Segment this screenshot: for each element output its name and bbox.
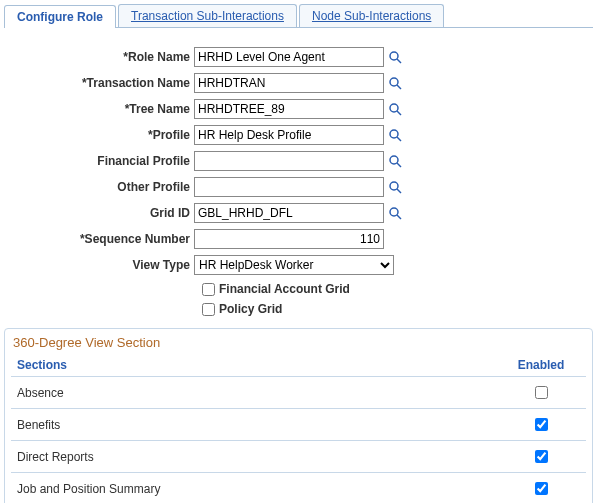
svg-point-10 (390, 182, 398, 190)
section-name-cell: Absence (11, 377, 496, 409)
lookup-icon[interactable] (388, 206, 402, 220)
enabled-checkbox[interactable] (535, 482, 548, 495)
sections-column-header[interactable]: Sections (11, 354, 496, 377)
sequence-number-label: *Sequence Number (34, 232, 194, 246)
profile-input[interactable] (194, 125, 384, 145)
section-name-cell: Benefits (11, 409, 496, 441)
enabled-checkbox[interactable] (535, 450, 548, 463)
enabled-cell (496, 377, 586, 409)
view-section-title: 360-Degree View Section (11, 333, 586, 354)
financial-account-grid-checkbox[interactable] (202, 283, 215, 296)
tree-name-label: *Tree Name (34, 102, 194, 116)
transaction-name-input[interactable] (194, 73, 384, 93)
svg-line-13 (397, 215, 401, 219)
role-name-input[interactable] (194, 47, 384, 67)
enabled-checkbox[interactable] (535, 418, 548, 431)
svg-point-2 (390, 78, 398, 86)
svg-point-8 (390, 156, 398, 164)
lookup-icon[interactable] (388, 102, 402, 116)
enabled-cell (496, 409, 586, 441)
form-area: *Role Name *Transaction Name *Tree Name … (34, 46, 593, 318)
enabled-cell (496, 473, 586, 504)
view-type-label: View Type (34, 258, 194, 272)
tree-name-input[interactable] (194, 99, 384, 119)
policy-grid-label: Policy Grid (219, 302, 282, 316)
tab-configure-role[interactable]: Configure Role (4, 5, 116, 28)
sections-grid: Sections Enabled AbsenceBenefitsDirect R… (11, 354, 586, 503)
view-section-box: 360-Degree View Section Sections Enabled… (4, 328, 593, 503)
section-name-cell: Direct Reports (11, 441, 496, 473)
table-row: Direct Reports (11, 441, 586, 473)
svg-line-3 (397, 85, 401, 89)
profile-label: *Profile (34, 128, 194, 142)
role-name-label: *Role Name (34, 50, 194, 64)
lookup-icon[interactable] (388, 154, 402, 168)
table-row: Benefits (11, 409, 586, 441)
enabled-cell (496, 441, 586, 473)
lookup-icon[interactable] (388, 50, 402, 64)
table-row: Job and Position Summary (11, 473, 586, 504)
tab-transaction-sub-interactions[interactable]: Transaction Sub-Interactions (118, 4, 297, 27)
table-row: Absence (11, 377, 586, 409)
policy-grid-checkbox[interactable] (202, 303, 215, 316)
svg-point-0 (390, 52, 398, 60)
svg-line-1 (397, 59, 401, 63)
svg-line-7 (397, 137, 401, 141)
svg-point-4 (390, 104, 398, 112)
other-profile-label: Other Profile (34, 180, 194, 194)
financial-profile-input[interactable] (194, 151, 384, 171)
grid-id-label: Grid ID (34, 206, 194, 220)
svg-point-12 (390, 208, 398, 216)
grid-id-input[interactable] (194, 203, 384, 223)
other-profile-input[interactable] (194, 177, 384, 197)
view-type-select[interactable]: HR HelpDesk Worker (194, 255, 394, 275)
enabled-column-header[interactable]: Enabled (496, 354, 586, 377)
sequence-number-input[interactable] (194, 229, 384, 249)
lookup-icon[interactable] (388, 128, 402, 142)
tab-node-sub-interactions[interactable]: Node Sub-Interactions (299, 4, 444, 27)
svg-line-5 (397, 111, 401, 115)
financial-account-grid-label: Financial Account Grid (219, 282, 350, 296)
enabled-checkbox[interactable] (535, 386, 548, 399)
financial-profile-label: Financial Profile (34, 154, 194, 168)
lookup-icon[interactable] (388, 180, 402, 194)
svg-point-6 (390, 130, 398, 138)
lookup-icon[interactable] (388, 76, 402, 90)
section-name-cell: Job and Position Summary (11, 473, 496, 504)
svg-line-11 (397, 189, 401, 193)
tab-bar: Configure Role Transaction Sub-Interacti… (4, 4, 593, 28)
transaction-name-label: *Transaction Name (34, 76, 194, 90)
svg-line-9 (397, 163, 401, 167)
